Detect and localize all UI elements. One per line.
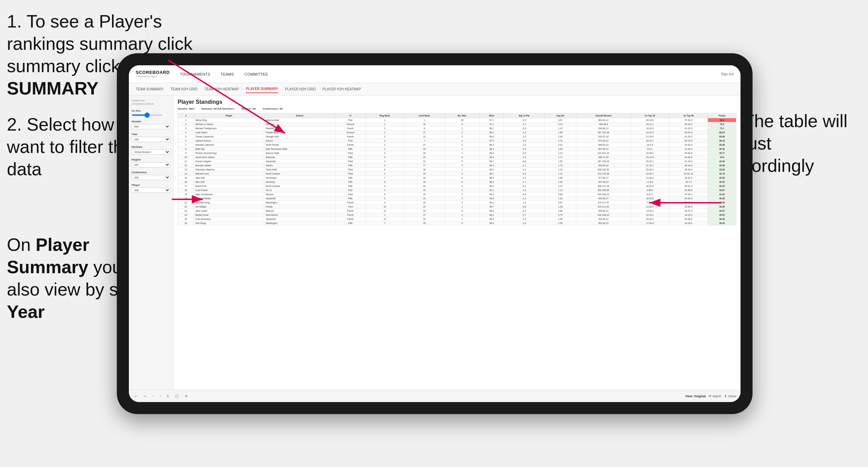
col-school: School — [264, 113, 335, 118]
toolbar-right: 👁 Watch ⬆ Share — [709, 394, 736, 398]
table-row: 18Luke PowellUCLAFirst424069.1-1.81.1350… — [178, 188, 736, 192]
table-row: 10Jacob Skov OlesenArkansasFifth323068.4… — [178, 155, 736, 159]
table-row: 14Maxwell FordNorth CarolinaThird423069.… — [178, 172, 736, 176]
table-row: 2Michael Le SassoOle MissSecond118067.1-… — [178, 122, 736, 126]
undo-btn[interactable]: ↩ — [133, 393, 139, 399]
col-player: Player — [194, 113, 264, 118]
col-vs-top25: Vs Top 25 — [631, 113, 669, 118]
table-title: Player Standings — [178, 99, 736, 105]
year-select[interactable]: (All) — [132, 137, 170, 142]
subnav-team-h2h-grid[interactable]: TEAM H2H GRID — [171, 86, 198, 93]
gender-filter-label: Gender — [132, 120, 170, 123]
table-row: 12Brendan ValdesAuburnFifth377068.4-1.11… — [178, 164, 736, 168]
table-row: 7Nicholas GabrelcikNorth FloridaFourth12… — [178, 143, 736, 147]
gender-select[interactable]: Men — [132, 124, 170, 129]
filter-display-row: Gender: Men Division: NCAA Division I Re… — [178, 107, 736, 110]
region-select[interactable]: N/A — [132, 162, 170, 167]
standings-table: # Player School Yr Reg Rank Conf Rank No… — [178, 113, 736, 225]
table-row: 20Matthew RiedelVanderbiltFifth923069.8-… — [178, 197, 736, 201]
settings-btn[interactable]: ⚙ — [183, 393, 189, 399]
table-row: 9Preston SummerhaysArizona StateThird324… — [178, 151, 736, 155]
filter-conference-label: Conference: All — [263, 107, 283, 110]
col-points: Points — [708, 113, 736, 118]
table-area: Player Standings Gender: Men Division: N… — [174, 96, 741, 390]
year-filter-label: Year — [132, 133, 170, 136]
logo: SCOREBOARD Powered by dippi — [136, 70, 170, 78]
col-rank: # — [178, 113, 194, 118]
table-row: 6Jackson KoivunAuburnFirst17267.3-2.02.7… — [178, 139, 736, 143]
col-avg-sg: Avg SG — [545, 113, 576, 118]
table-row: 3Michael ThorbjornsenStanfordFourth28168… — [178, 126, 736, 131]
copy-btn[interactable]: ⎘ — [165, 393, 170, 399]
logo-sub: Powered by dippi — [136, 75, 170, 78]
paste-btn[interactable]: 📋 — [173, 393, 180, 399]
col-wins: Wins — [480, 113, 504, 118]
filter-region-label: Region: All — [242, 107, 256, 110]
view-label: View: Original — [685, 394, 706, 398]
player-select[interactable]: (All) — [132, 188, 170, 193]
sidebar: Update time: 27/03/2024 16:56:26 No Rds.… — [129, 96, 174, 390]
tablet-screen: SCOREBOARD Powered by dippi TOURNAMENTS … — [129, 65, 741, 402]
conference-select[interactable]: (All) — [132, 175, 170, 180]
filter-division-label: Division: NCAA Division I — [201, 107, 235, 110]
table-row: 25Cole SherwoodVanderbiltFourth1223169.3… — [178, 217, 736, 221]
division-select[interactable]: NCAA Division I — [132, 149, 170, 155]
nav-tournaments[interactable]: TOURNAMENTS — [180, 70, 210, 78]
col-vs-top50: Vs Top 50 — [669, 113, 708, 118]
logo-main: SCOREBOARD — [136, 70, 170, 75]
col-no-rds: No. Rds. — [445, 113, 479, 118]
update-time: Update time: 27/03/2024 16:56:26 — [132, 99, 170, 106]
table-row: 1Wenyi DingArizona StateFirst111567.1-3.… — [178, 118, 736, 122]
table-row: 22Ian GilliganFloridaThird1024168.7-0.81… — [178, 205, 736, 209]
instruction-bottom-bold2: Year — [7, 302, 45, 322]
col-conf-rank: Conf Rank — [404, 113, 445, 118]
table-row: 5Christo LamprechtGeorgia TechFourth2212… — [178, 135, 736, 139]
col-adj-par: Adj. to Par — [504, 113, 545, 118]
subnav-team-h2h-heatmap[interactable]: TEAM H2H HEATMAP — [204, 86, 239, 93]
nav-back-btn[interactable]: ‹ — [151, 393, 155, 399]
subnav-player-h2h-grid[interactable]: PLAYER H2H GRID — [285, 86, 316, 93]
nav-teams[interactable]: TEAMS — [221, 70, 234, 78]
table-row: 23Jack LundinMissouriFourth1124068.6-2.3… — [178, 209, 736, 213]
col-yr: Yr — [335, 113, 366, 118]
subnav-player-summary[interactable]: PLAYER SUMMARY — [246, 85, 278, 93]
table-row: 24Bastien AmatNew MexicoFourth127269.4-1… — [178, 213, 736, 217]
instruction-step1-text: 1. To see a Player's rankings summary cl… — [7, 11, 192, 54]
nav-committee[interactable]: COMMITTEE — [244, 70, 268, 78]
header-right: Sign out — [721, 72, 734, 76]
col-overall-record: Overall Record — [576, 113, 631, 118]
subnav-player-h2h-heatmap[interactable]: PLAYER H2H HEATMAP — [323, 86, 361, 93]
tablet: SCOREBOARD Powered by dippi TOURNAMENTS … — [117, 53, 753, 414]
col-reg-rank: Reg Rank — [366, 113, 404, 118]
filter-gender-label: Gender: Men — [178, 107, 194, 110]
main-nav: TOURNAMENTS TEAMS COMMITTEE — [180, 70, 721, 78]
subnav-team-summary[interactable]: TEAM SUMMARY — [136, 86, 164, 93]
table-row: 16Alex GoffKentuckyFifth819068.3-1.71.92… — [178, 180, 736, 184]
table-row: 4Luke ClatonFlorida StateSecond127268.2-… — [178, 131, 736, 135]
share-btn[interactable]: ⬆ Share — [724, 394, 736, 398]
bottom-toolbar: ↩ ↪ ‹ › ⎘ 📋 ⚙ View: Original 👁 Watch ⬆ S… — [129, 390, 741, 402]
table-row: 19Tiger ChristensenArizonaThird523269.2-… — [178, 192, 736, 197]
app-header: SCOREBOARD Powered by dippi TOURNAMENTS … — [129, 65, 741, 83]
sub-nav: TEAM SUMMARY TEAM H2H GRID TEAM H2H HEAT… — [129, 83, 741, 96]
region-filter-label: Region — [132, 158, 170, 161]
table-row: 26Petr HrubyWashingtonFifth725068.6-1.61… — [178, 221, 736, 225]
main-content: Update time: 27/03/2024 16:56:26 No Rds.… — [129, 96, 741, 390]
table-row: 11Gordon SargentVanderbiltThird421068.7-… — [178, 159, 736, 164]
division-filter-label: Division — [132, 145, 170, 148]
table-row: 15Jake HallTennesseeFifth718068.5-1.51.6… — [178, 176, 736, 180]
watch-btn[interactable]: 👁 Watch — [709, 394, 721, 398]
conference-filter-label: Conference — [132, 171, 170, 174]
table-row: 21Taehoon SongWashingtonFourth523169.1-1… — [178, 201, 736, 205]
player-filter-label: Player — [132, 184, 170, 187]
no-rds-slider[interactable] — [132, 114, 163, 116]
sign-out-link[interactable]: Sign out — [721, 72, 734, 76]
table-row: 17David FordNorth CarolinaFifth421069.0-… — [178, 184, 736, 188]
no-rds-label: No Rds. — [132, 109, 141, 112]
instruction-bottom-text1: On — [7, 235, 36, 255]
redo-btn[interactable]: ↪ — [142, 393, 148, 399]
nav-fwd-btn[interactable]: › — [158, 393, 163, 399]
table-row: 8Mats EgeEast Tennessee StateFifth124268… — [178, 147, 736, 151]
table-row: 13Phichaksn MaichonTexas A&MThird630169.… — [178, 168, 736, 172]
